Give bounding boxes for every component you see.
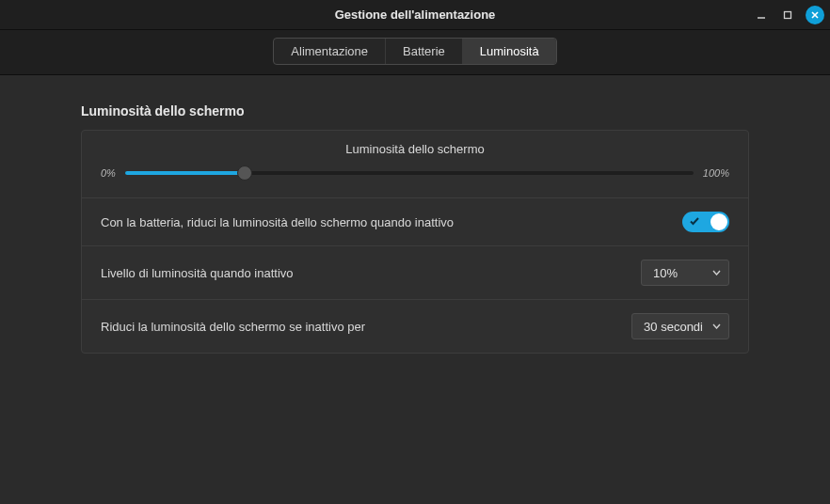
svg-rect-1	[785, 12, 791, 19]
section-title: Luminosità dello schermo	[81, 103, 749, 118]
brightness-slider-row: 0% 100%	[82, 164, 748, 198]
idle-after-label: Riduci la luminosità dello schermo se in…	[101, 320, 365, 334]
idle-level-label: Livello di luminosità quando inattivo	[101, 266, 294, 280]
slider-max-label: 100%	[703, 167, 729, 179]
window-title: Gestione dell'alimentazione	[335, 8, 496, 22]
idle-after-dropdown[interactable]: 30 secondi	[631, 313, 729, 339]
reduce-on-battery-label: Con la batteria, riduci la luminosità de…	[101, 215, 454, 229]
window-controls	[753, 0, 824, 30]
row-reduce-on-battery: Con la batteria, riduci la luminosità de…	[82, 198, 748, 246]
idle-after-value: 30 secondi	[644, 320, 703, 334]
close-button[interactable]	[806, 6, 824, 24]
brightness-slider[interactable]	[125, 164, 694, 182]
tab-batterie[interactable]: Batterie	[386, 39, 463, 64]
idle-level-dropdown[interactable]: 10%	[641, 260, 729, 286]
reduce-on-battery-toggle[interactable]	[682, 212, 729, 232]
minimize-button[interactable]	[753, 7, 770, 24]
maximize-button[interactable]	[779, 7, 796, 24]
slider-fill	[125, 171, 245, 175]
brightness-panel-title: Luminosità dello schermo	[82, 131, 748, 164]
chevron-down-icon	[712, 270, 721, 276]
brightness-panel: Luminosità dello schermo 0% 100% Con la …	[81, 130, 749, 354]
tabbar: Alimentazione Batterie Luminosità	[273, 38, 556, 65]
slider-track	[125, 171, 694, 175]
slider-thumb[interactable]	[237, 165, 252, 181]
tabbar-container: Alimentazione Batterie Luminosità	[0, 30, 830, 75]
row-idle-after: Riduci la luminosità dello schermo se in…	[82, 300, 748, 353]
check-icon	[689, 215, 700, 228]
content: Luminosità dello schermo Luminosità dell…	[0, 75, 830, 372]
tab-alimentazione[interactable]: Alimentazione	[274, 39, 386, 64]
idle-level-value: 10%	[653, 266, 678, 280]
slider-min-label: 0%	[101, 167, 116, 179]
tab-luminosita[interactable]: Luminosità	[463, 39, 556, 64]
chevron-down-icon	[712, 323, 721, 329]
titlebar: Gestione dell'alimentazione	[0, 0, 830, 30]
toggle-knob	[710, 213, 727, 230]
row-idle-level: Livello di luminosità quando inattivo 10…	[82, 246, 748, 300]
